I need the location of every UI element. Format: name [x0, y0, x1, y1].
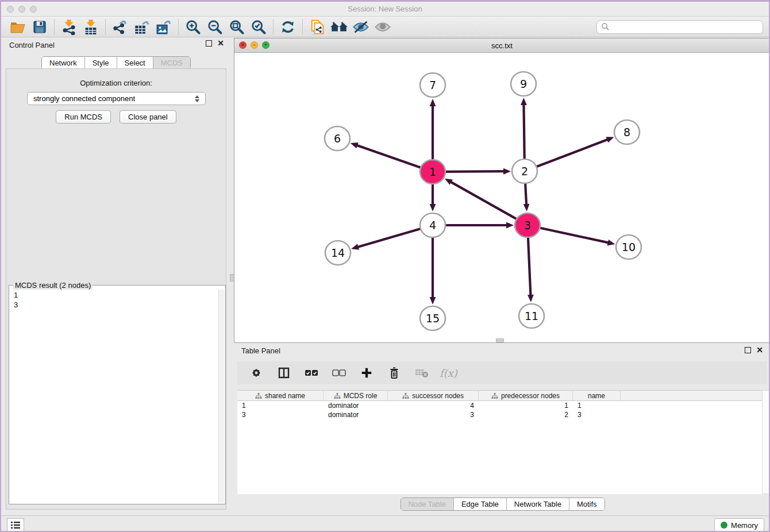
zoom-in-button[interactable] — [182, 18, 204, 36]
attribute-icon — [334, 392, 341, 399]
graph-edge[interactable] — [525, 182, 526, 205]
import-network-button[interactable] — [58, 18, 80, 36]
column-header[interactable]: successor nodes — [388, 391, 479, 400]
toolbar-separator — [54, 20, 55, 34]
column-header[interactable]: predecessor nodes — [479, 391, 573, 400]
table-cell[interactable]: dominator — [324, 401, 388, 410]
graph-node-label: 7 — [429, 79, 436, 91]
run-mcds-button[interactable]: Run MCDS — [56, 110, 111, 124]
result-line: 1 — [14, 290, 18, 300]
float-panel-button[interactable] — [206, 40, 212, 47]
zoom-out-button[interactable] — [204, 18, 226, 36]
mcds-result-values[interactable]: 1 3 — [14, 290, 18, 310]
graph-node-label: 10 — [622, 241, 636, 253]
tab-edge-table[interactable]: Edge Table — [454, 498, 507, 510]
network-window-titlebar[interactable]: ✕ − + scc.txt — [234, 38, 769, 53]
first-neighbors-button[interactable] — [328, 18, 350, 36]
search-box[interactable] — [596, 20, 763, 34]
import-table-icon — [83, 19, 99, 35]
tab-style[interactable]: Style — [85, 57, 117, 69]
refresh-button[interactable] — [277, 18, 299, 36]
select-all-columns-button[interactable] — [302, 365, 321, 380]
close-network-button[interactable]: ✕ — [239, 41, 247, 49]
table-cell[interactable]: 1 — [479, 401, 573, 410]
show-column-button[interactable] — [274, 365, 294, 380]
close-table-panel-button[interactable]: ✕ — [756, 347, 763, 353]
export-image-button[interactable] — [153, 18, 175, 36]
table-body[interactable]: 1dominator4113dominator323 — [237, 401, 762, 494]
save-session-button[interactable] — [29, 18, 51, 36]
graph-edge[interactable] — [535, 139, 609, 167]
table-cell[interactable]: 4 — [388, 401, 479, 410]
zoom-in-icon — [185, 19, 201, 35]
zoom-selected-button[interactable] — [248, 18, 270, 36]
memory-button[interactable]: Memory — [714, 518, 764, 532]
table-row[interactable]: 3dominator323 — [237, 410, 762, 419]
graph-node-label: 2 — [521, 165, 528, 178]
graph-edge[interactable] — [523, 104, 524, 160]
tab-network[interactable]: Network — [42, 57, 85, 69]
minimize-window-button[interactable] — [18, 6, 25, 13]
show-details-button[interactable] — [372, 18, 394, 36]
table-cell[interactable]: 1 — [573, 401, 621, 410]
graph-edge-arrowhead — [351, 142, 359, 148]
list-icon — [10, 521, 21, 529]
float-table-panel-button[interactable] — [745, 347, 751, 353]
export-table-button[interactable] — [131, 18, 153, 36]
unselect-all-columns-button[interactable] — [329, 365, 349, 380]
trash-icon — [388, 366, 401, 380]
column-header-label: predecessor nodes — [501, 392, 560, 400]
graph-edge[interactable] — [450, 182, 518, 219]
close-panel-button[interactable]: Close panel — [120, 110, 176, 124]
graph-edge-arrowhead — [607, 240, 615, 246]
minimize-network-button[interactable]: − — [251, 41, 258, 49]
column-header[interactable]: MCDS role — [324, 391, 388, 400]
network-window-controls: ✕ − + — [239, 41, 270, 49]
table-options-button[interactable] — [247, 365, 266, 380]
table-row[interactable]: 1dominator411 — [237, 401, 762, 410]
tab-node-table[interactable]: Node Table — [401, 498, 454, 510]
criterion-select[interactable]: strongly connected component — [27, 92, 206, 105]
table-cell[interactable]: 3 — [388, 410, 479, 419]
export-network-button[interactable] — [109, 18, 131, 36]
horizontal-splitter-handle[interactable] — [496, 338, 504, 342]
delete-column-button[interactable] — [384, 365, 404, 380]
duplicate-network-button[interactable] — [306, 18, 328, 36]
table-cell[interactable]: 2 — [479, 410, 573, 419]
graph-edge-arrowhead — [503, 168, 511, 175]
network-graph[interactable]: 1234678910111415 — [234, 53, 769, 342]
create-column-button[interactable] — [357, 365, 376, 380]
tab-motifs[interactable]: Motifs — [569, 498, 605, 510]
close-window-button[interactable] — [7, 6, 14, 13]
table-scrollbar[interactable] — [762, 390, 769, 494]
tab-select[interactable]: Select — [117, 57, 153, 69]
column-header[interactable]: shared name — [237, 391, 324, 400]
table-cell[interactable]: dominator — [324, 410, 388, 419]
graph-edge-arrowhead — [430, 204, 436, 211]
status-bar: Memory — [1, 515, 769, 532]
graph-edge[interactable] — [528, 236, 531, 296]
zoom-fit-button[interactable] — [226, 18, 248, 36]
search-input[interactable] — [610, 23, 759, 31]
graph-edge-arrowhead — [606, 137, 614, 142]
tab-network-table[interactable]: Network Table — [507, 498, 569, 510]
maximize-window-button[interactable] — [30, 6, 37, 13]
table-cell[interactable]: 3 — [237, 410, 324, 419]
hide-details-button[interactable] — [350, 18, 372, 36]
result-scrollbar[interactable] — [218, 290, 225, 503]
column-header[interactable]: name — [573, 391, 621, 400]
toolbar-separator — [273, 20, 274, 34]
import-table-button[interactable] — [80, 18, 102, 36]
graph-edge-arrowhead — [430, 297, 436, 304]
maximize-network-button[interactable]: + — [262, 41, 270, 49]
table-cell[interactable]: 1 — [237, 401, 324, 410]
graph-edge[interactable] — [444, 171, 505, 172]
open-file-button[interactable] — [7, 18, 29, 36]
graph-edge[interactable] — [356, 145, 422, 168]
table-cell[interactable]: 3 — [573, 410, 621, 419]
close-panel-button[interactable]: ✕ — [217, 40, 224, 47]
task-history-button[interactable] — [7, 518, 24, 531]
graph-edge[interactable] — [538, 228, 609, 243]
tab-mcds[interactable]: MCDS — [153, 57, 190, 69]
graph-edge[interactable] — [357, 228, 422, 247]
